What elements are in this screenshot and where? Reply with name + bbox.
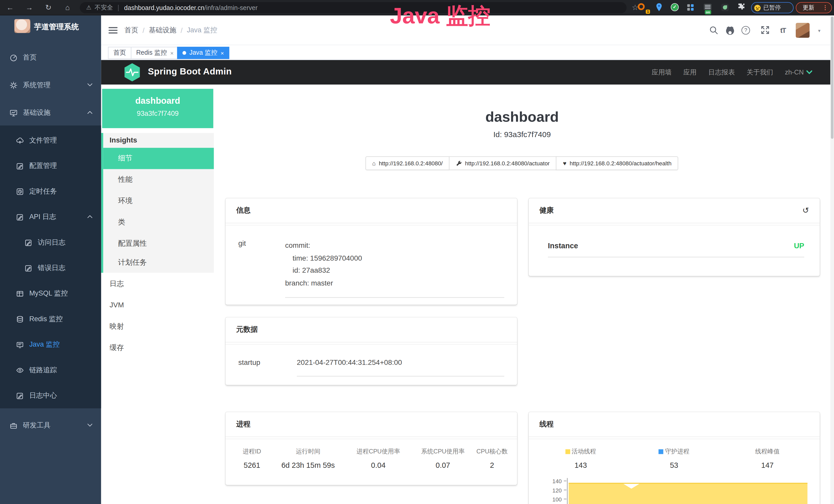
briefcase-icon [9,421,18,429]
breadcrumb-home[interactable]: 首页 [125,25,138,35]
sidebar-item-home[interactable]: 首页 [0,45,101,70]
nav-about[interactable]: 关于我们 [747,68,773,77]
locale-select[interactable]: zh-CN [785,69,812,76]
scrollbar[interactable] [830,16,834,504]
card-title: 健康 [540,206,554,215]
menu-dots-icon[interactable]: ⋮ [822,4,828,11]
tab-redis-monitor[interactable]: Redis 监控 × [131,47,179,59]
tab-home[interactable]: 首页 [108,47,131,59]
metadata-startup-row: startup 2021-04-27T00:44:31.254+08:00 [225,345,517,376]
page-title: dashboard [214,109,830,125]
menu-item-logs[interactable]: 日志 [101,273,214,295]
sidebar-item-infrastructure[interactable]: 基础设施 [0,100,101,125]
home-icon[interactable]: ⌂ [62,0,73,16]
back-icon[interactable]: ← [4,0,16,16]
scrollbar-thumb[interactable] [831,17,833,139]
extension-grid-icon[interactable] [687,3,698,13]
log-icon [24,264,32,272]
section-title: Insights [103,133,214,148]
sidebar-item-dev-tools[interactable]: 研发工具 [0,413,101,438]
sidebar-item-mysql-monitor[interactable]: MySQL 监控 [0,281,101,306]
breadcrumb-infrastructure[interactable]: 基础设施 [149,25,176,35]
tab-java-monitor[interactable]: Java 监控 × [177,47,229,59]
font-size-icon[interactable]: tT [778,25,788,36]
database-icon [16,315,24,323]
menu-item-mappings[interactable]: 映射 [101,316,214,337]
cloud-upload-icon [16,136,24,144]
table-icon [16,290,24,298]
menu-item-environment[interactable]: 环境 [103,190,214,211]
menu-item-metrics[interactable]: 性能 [103,169,214,190]
sidebar-item-log-center[interactable]: 日志中心 [0,383,101,408]
menu-item-details[interactable]: 细节 [103,148,214,169]
health-instance-row[interactable]: Instance UP [548,241,804,257]
heart-icon: ♥ [563,160,567,166]
caret-down-icon[interactable]: ▾ [818,28,820,33]
menu-item-jvm[interactable]: JVM [101,295,214,316]
instance-header[interactable]: dashboard 93a3fc7f7409 [102,89,214,128]
chevron-up-icon [87,215,93,219]
sidebar-item-redis-monitor[interactable]: Redis 监控 [0,306,101,332]
help-icon[interactable]: ? [742,25,752,36]
edit-icon [16,162,24,170]
health-card: 健康 ↺ Instance UP [529,198,820,276]
security-warning-icon: ⚠ [86,4,91,11]
sidebar-item-api-logs[interactable]: API 日志 [0,204,101,230]
home-icon: ⌂ [372,160,376,166]
url-path: /infra/admin-server [204,4,258,12]
close-icon[interactable]: × [221,50,224,56]
java-monitor-icon [16,340,24,348]
avatar[interactable] [796,23,810,38]
nav-applications[interactable]: 应用 [683,68,697,77]
health-url-button[interactable]: ♥ http://192.168.0.2:48080/actuator/heal… [556,156,678,170]
menu-item-config-props[interactable]: 配置属性 [103,233,214,254]
card-title: 线程 [540,419,554,429]
breadcrumb-current: Java 监控 [187,25,217,35]
security-label: 不安全 [94,4,113,12]
sidebar-item-access-logs[interactable]: 访问日志 [0,230,101,255]
eye-icon [16,366,24,374]
extension-orange-icon[interactable]: 1 [638,3,648,13]
extension-on-icon[interactable]: on [704,3,714,13]
app-title: 芋道管理系统 [34,22,79,32]
gear-icon [9,81,18,89]
github-icon[interactable] [725,25,735,36]
annotation-java-monitor: Java 监控 [390,1,490,31]
chevron-up-icon [87,111,93,114]
info-card: 信息 git commit: time: 1596289704000 id: 2… [225,198,517,304]
menu-item-scheduled-tasks[interactable]: 计划任务 [103,254,214,273]
close-icon[interactable]: × [170,50,174,56]
actuator-url-button[interactable]: http://192.168.0.2:48080/actuator [449,156,556,170]
sidebar-item-error-logs[interactable]: 错误日志 [0,255,101,281]
sidebar-item-file-management[interactable]: 文件管理 [0,128,101,153]
reload-icon[interactable]: ↻ [43,0,54,16]
fullscreen-icon[interactable] [760,25,770,36]
extension-check-icon[interactable]: ✓ [671,3,681,13]
history-icon[interactable]: ↺ [803,206,809,215]
extension-leaf-icon[interactable] [721,3,732,13]
extension-pin-icon[interactable] [655,3,665,13]
threads-card: 线程 活动线程 143 守护进程 53 线程峰值 147 [529,412,820,504]
search-icon[interactable] [708,25,719,36]
sba-brand[interactable]: Spring Boot Admin [148,67,232,77]
menu-item-classes[interactable]: 类 [103,211,214,233]
logo-image [14,19,30,33]
collapse-menu-icon[interactable] [108,27,117,34]
sidebar-item-tracing[interactable]: 链路追踪 [0,358,101,383]
extensions-puzzle-icon[interactable] [737,3,748,13]
sba-nav: 应用墙 应用 日志报表 关于我们 zh-CN [652,60,812,85]
sidebar-item-system[interactable]: 系统管理 [0,72,101,98]
nav-journal[interactable]: 日志报表 [708,68,735,77]
nav-wallboard[interactable]: 应用墙 [652,68,672,77]
address-bar[interactable]: ⚠ 不安全 dashboard.yudao.iocoder.cn/infra/a… [80,2,627,13]
service-url-button[interactable]: ⌂ http://192.168.0.2:48080/ [365,156,450,170]
forward-icon[interactable]: → [23,0,35,16]
sidebar-item-scheduled-jobs[interactable]: 定时任务 [0,179,101,204]
sidebar-item-java-monitor[interactable]: Java 监控 [0,332,101,357]
paused-badge[interactable]: 已暂停 [751,2,794,13]
sidebar-item-config-management[interactable]: 配置管理 [0,153,101,179]
menu-item-caches[interactable]: 缓存 [101,337,214,359]
instance-name: dashboard [102,89,214,106]
emoji-face-icon [754,5,761,11]
update-button[interactable]: 更新 ⋮ [796,2,832,13]
